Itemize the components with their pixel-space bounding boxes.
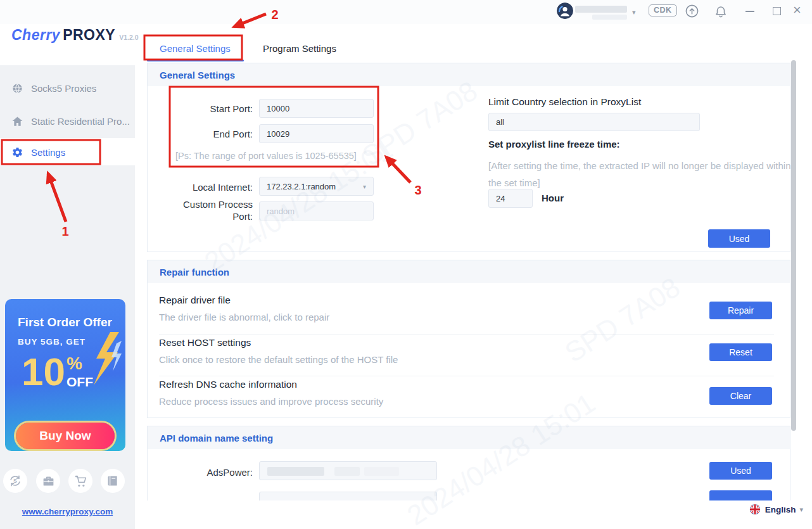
bell-icon[interactable]: [714, 4, 728, 21]
chevron-down-icon: ▾: [363, 183, 366, 190]
avatar-person-icon: [557, 3, 573, 19]
minimize-button[interactable]: [745, 11, 754, 12]
buy-now-button[interactable]: Buy Now: [16, 423, 115, 449]
freeze-hours-input[interactable]: [488, 189, 533, 208]
masked-value: [364, 467, 399, 476]
local-internet-label: Local Internet:: [160, 181, 253, 193]
hour-unit-label: Hour: [542, 193, 564, 203]
promo-discount: 10 % OFF: [22, 352, 93, 392]
user-avatar[interactable]: [557, 3, 573, 19]
repair-row-title: Refresh DNS cache information: [159, 379, 297, 390]
used-button[interactable]: Used: [708, 229, 770, 248]
close-button[interactable]: ×: [793, 2, 801, 18]
port-range-hint: [Ps: The range of port values is 1025-65…: [175, 151, 357, 161]
repair-function-panel: Repair function Repair driver file The d…: [147, 260, 790, 418]
custom-process-port-label: Custom Process Port:: [177, 198, 253, 222]
repair-row-desc: Reduce process issues and improve proces…: [159, 396, 383, 407]
freeze-time-hint: [After setting the time, the extracted I…: [488, 157, 792, 191]
repair-row-desc: Click once to restore the default settin…: [159, 354, 398, 365]
api-domain-panel: API domain name setting AdsPower: Used: [147, 426, 790, 500]
sidebar-item-label: Static Residential Pro...: [31, 116, 130, 127]
repair-row-title: Reset HOST settings: [159, 337, 251, 348]
start-port-input[interactable]: [259, 99, 374, 118]
section-title: API domain name setting: [160, 433, 273, 443]
active-tab-underline: [147, 60, 244, 61]
tab-general-settings[interactable]: General Settings: [160, 43, 231, 54]
promo-subtitle: BUY 5GB, GET: [18, 337, 86, 347]
section-header: Repair function: [148, 260, 790, 283]
local-internet-select[interactable]: 172.23.2.1:random ▾: [259, 177, 374, 196]
repair-row-title: Repair driver file: [159, 295, 231, 306]
section-title: General Settings: [160, 70, 235, 80]
adspower-label: AdsPower:: [160, 466, 253, 478]
cdk-button[interactable]: CDK: [649, 4, 677, 16]
clear-button[interactable]: Clear: [709, 387, 772, 405]
promo-card: First Order Offer BUY 5GB, GET 10 % OFF …: [5, 299, 125, 451]
promo-title: First Order Offer: [18, 315, 112, 329]
currency-exchange-icon[interactable]: S: [3, 469, 27, 493]
general-settings-panel: General Settings Start Port: End Port: […: [147, 63, 790, 252]
sidebar-item-static-residential[interactable]: Static Residential Pro...: [0, 108, 135, 134]
language-selector[interactable]: English ▾: [749, 504, 803, 515]
cherry-proxy-window: 2024/04/28 15:01 SPD 7A08 2024/04/28 15:…: [0, 0, 812, 529]
limit-country-label: Limit Country selection in ProxyList: [488, 96, 641, 108]
section-header: API domain name setting: [148, 426, 790, 449]
limit-country-input[interactable]: [488, 113, 700, 131]
cart-icon[interactable]: [68, 469, 92, 493]
promo-percent-number: 10: [22, 352, 65, 392]
divider: [159, 376, 774, 376]
scrollbar-thumb[interactable]: [791, 60, 796, 431]
globe-icon: [11, 82, 23, 94]
sidebar-item-label: Settings: [31, 147, 65, 158]
sidebar: CherryPROXYV1.2.0 Socks5 Proxies Static …: [0, 0, 135, 529]
tab-program-settings[interactable]: Program Settings: [263, 43, 336, 54]
promo-off-label: OFF: [67, 375, 93, 388]
used-button-api[interactable]: Used: [709, 462, 772, 480]
freeze-time-label: Set proxylist line freeze time:: [488, 139, 620, 150]
local-internet-value: 172.23.2.1:random: [267, 182, 363, 191]
home-icon: [11, 115, 23, 127]
logo-brand-cherry: Cherry: [11, 27, 60, 43]
reset-button[interactable]: Reset: [709, 343, 772, 361]
sidebar-item-settings[interactable]: Settings: [0, 139, 135, 165]
account-chevron-down-icon[interactable]: ▾: [632, 8, 636, 16]
repair-button[interactable]: Repair: [709, 302, 772, 319]
masked-value: [334, 467, 360, 476]
briefcase-icon[interactable]: [36, 469, 60, 493]
start-port-label: Start Port:: [160, 103, 253, 115]
promo-percent-sign: %: [67, 355, 93, 373]
language-label: English: [765, 505, 796, 514]
second-api-button[interactable]: [709, 490, 772, 500]
gear-icon: [11, 146, 23, 158]
logo-brand-proxy: PROXY: [63, 27, 115, 43]
maximize-button[interactable]: [773, 7, 781, 15]
end-port-label: End Port:: [160, 128, 253, 140]
uk-flag-icon: [749, 504, 761, 515]
second-api-input[interactable]: [259, 492, 437, 500]
end-port-input[interactable]: [259, 124, 374, 143]
website-link[interactable]: www.cherryproxy.com: [0, 507, 135, 516]
svg-text:S: S: [13, 478, 17, 484]
logo-version: V1.2.0: [119, 34, 138, 41]
masked-value: [267, 467, 324, 476]
sidebar-item-label: Socks5 Proxies: [31, 83, 96, 94]
custom-process-port-input[interactable]: [259, 201, 374, 220]
section-header: General Settings: [148, 63, 790, 86]
username-masked-sub: [592, 15, 627, 20]
section-title: Repair function: [160, 267, 229, 277]
language-chevron-down-icon: ▾: [799, 506, 803, 514]
adspower-input[interactable]: [259, 461, 437, 480]
book-icon[interactable]: [101, 469, 125, 493]
app-logo: CherryPROXYV1.2.0: [11, 27, 139, 44]
sidebar-item-socks5-proxies[interactable]: Socks5 Proxies: [0, 75, 135, 101]
topbar: ▾ CDK ×: [0, 0, 812, 24]
username-masked[interactable]: [575, 6, 627, 13]
upload-icon[interactable]: [685, 4, 699, 21]
divider: [159, 334, 774, 335]
repair-row-desc: The driver file is abnormal, click to re…: [159, 312, 329, 322]
